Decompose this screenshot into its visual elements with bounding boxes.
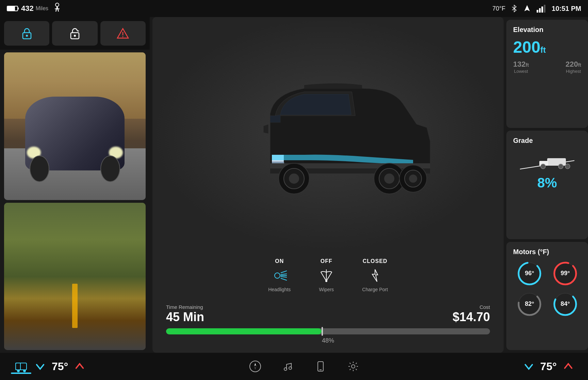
progress-bar [166, 328, 490, 334]
wipers-icon [318, 267, 335, 284]
miles-label: Miles [36, 5, 48, 12]
svg-point-40 [558, 164, 563, 169]
svg-rect-10 [539, 8, 541, 13]
temp-down-right[interactable] [523, 360, 535, 373]
left-panel [0, 17, 150, 353]
svg-text:82°: 82° [525, 300, 534, 307]
svg-point-41 [565, 164, 570, 169]
temp-up-left[interactable] [74, 360, 86, 373]
status-bar: 432 Miles 70°F 10:51 PM [0, 0, 588, 17]
motor-gauge-1: 96° [516, 260, 543, 287]
camera-feed-rear [4, 203, 146, 350]
elevation-highest: 220ft Highest [566, 60, 581, 74]
active-indicator [11, 373, 31, 374]
svg-point-28 [275, 273, 280, 278]
svg-line-32 [281, 277, 287, 277]
svg-rect-55 [16, 363, 20, 370]
motor-gauge-2: 99° [552, 260, 579, 287]
time-display: 10:51 PM [552, 5, 581, 13]
elevation-card: Elevation 200ft 132ft Lowest 220ft Highe… [506, 20, 588, 128]
svg-rect-2 [7, 6, 15, 11]
charge-port-icon [366, 267, 383, 284]
miles-value: 432 [21, 4, 34, 13]
grade-title: Grade [513, 137, 581, 145]
camera-feeds [0, 50, 150, 353]
temperature-display: 70°F [492, 5, 505, 12]
temp-down-left[interactable] [34, 360, 46, 373]
progress-percent: 48% [166, 337, 490, 344]
svg-line-29 [281, 271, 287, 273]
bluetooth-icon [511, 4, 518, 13]
status-left: 432 Miles [7, 3, 62, 14]
wipers-control: OFF Wipers [318, 258, 335, 292]
headlights-control: ON Headlights [268, 258, 291, 292]
svg-point-39 [541, 164, 545, 169]
right-temperature: 75° [540, 360, 557, 373]
music-icon[interactable] [282, 360, 294, 373]
settings-icon[interactable] [347, 360, 359, 373]
charging-row: Time Remaining 45 Min Cost $14.70 [166, 304, 490, 324]
progress-marker [322, 327, 323, 336]
svg-point-14 [26, 35, 28, 37]
bottom-bar: 75° [0, 353, 588, 380]
left-temperature: 75° [52, 360, 68, 373]
center-panel: ON Headlights OFF [152, 17, 504, 353]
svg-point-63 [352, 365, 355, 368]
svg-rect-9 [537, 10, 538, 13]
motor-gauge-4: 84° [552, 291, 579, 318]
lock-button-2[interactable] [52, 21, 97, 46]
navigation-icon [523, 4, 531, 13]
bottom-center-nav [249, 360, 359, 373]
grade-card: Grade 8% [506, 131, 588, 239]
svg-point-27 [409, 175, 417, 183]
main-content: ON Headlights OFF [0, 17, 588, 353]
elevation-title: Elevation [513, 26, 581, 34]
truck-image [209, 73, 447, 196]
progress-bar-bg [166, 328, 490, 334]
motors-title: Motors (°F) [513, 248, 581, 256]
svg-point-58 [250, 361, 261, 372]
seatbelt-icon [52, 3, 62, 14]
svg-point-56 [17, 369, 20, 372]
svg-point-24 [384, 174, 394, 184]
svg-point-16 [74, 35, 76, 37]
svg-rect-11 [541, 6, 543, 13]
right-panel: Elevation 200ft 132ft Lowest 220ft Highe… [506, 17, 588, 353]
elevation-lowest: 132ft Lowest [513, 60, 529, 74]
motor-gauge-3: 82° [516, 291, 543, 318]
lock-buttons [0, 17, 150, 50]
time-remaining: Time Remaining 45 Min [166, 304, 204, 324]
svg-rect-12 [544, 5, 545, 13]
svg-text:96°: 96° [525, 270, 534, 277]
phone-icon[interactable] [314, 360, 327, 373]
svg-point-21 [289, 174, 299, 184]
bottom-right-controls: 75° [523, 360, 574, 373]
status-right: 70°F 10:51 PM [492, 4, 581, 13]
cost-info: Cost $14.70 [453, 304, 490, 324]
svg-point-18 [122, 36, 124, 37]
headlights-icon [271, 267, 288, 284]
svg-point-3 [55, 3, 59, 6]
svg-line-30 [281, 274, 287, 275]
battery-icon: 432 Miles [7, 4, 48, 13]
truck-nav-icon[interactable] [14, 359, 29, 374]
grade-value: 8% [513, 175, 581, 191]
motors-grid: 96° 99° 82° [513, 260, 581, 318]
progress-bar-fill [166, 328, 322, 334]
svg-text:84°: 84° [560, 300, 570, 307]
compass-icon[interactable] [249, 360, 261, 373]
motors-card: Motors (°F) 96° 99° [506, 242, 588, 350]
svg-point-35 [325, 280, 327, 282]
charge-port-control: CLOSED Charge Port [362, 258, 388, 292]
svg-point-57 [23, 369, 26, 372]
warning-button[interactable] [100, 21, 146, 46]
grade-visual [513, 149, 581, 172]
lock-button-1[interactable] [4, 21, 49, 46]
camera-feed-front [4, 52, 146, 200]
temp-up-right[interactable] [562, 360, 574, 373]
controls-row: ON Headlights OFF [152, 251, 504, 297]
svg-rect-54 [16, 363, 27, 370]
truck-view [152, 17, 504, 251]
elevation-sub: 132ft Lowest 220ft Highest [513, 60, 581, 74]
signal-icon [537, 4, 546, 13]
